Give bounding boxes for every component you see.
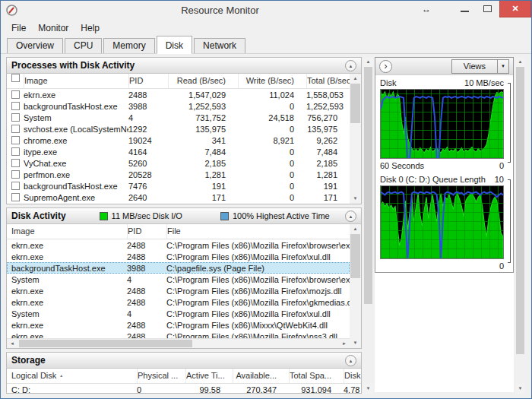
col-write[interactable]: Write (B/sec)	[238, 74, 306, 88]
scroll-left-icon[interactable]: ◄	[7, 339, 17, 348]
row-checkbox[interactable]	[11, 147, 20, 156]
process-row[interactable]: ekrn.exe24881,547,02911,0241,558,053	[7, 89, 350, 100]
row-checkbox[interactable]	[11, 102, 20, 110]
tab-disk[interactable]: Disk	[157, 36, 192, 54]
col-total-space[interactable]: Total Spa...	[289, 369, 344, 383]
views-dropdown-label: Views	[452, 60, 497, 73]
scroll-down-icon[interactable]: ▼	[350, 194, 361, 204]
disk-activity-row[interactable]: ekrn.exe2488C:\Program Files (x86)\Mozil…	[7, 331, 350, 338]
tab-network[interactable]: Network	[194, 38, 245, 53]
cell-disk-queue: 4.78	[344, 385, 361, 394]
processes-vertical-scrollbar[interactable]: ▲ ▼	[350, 74, 361, 204]
row-checkbox[interactable]	[11, 170, 20, 179]
process-row[interactable]: svchost.exe (LocalSystemNet...1292135,97…	[7, 123, 350, 135]
disk-activity-vertical-scrollbar[interactable]: ▲ ▼	[350, 224, 361, 348]
process-row[interactable]: System4731,75224,518756,270	[7, 112, 350, 123]
cell-pid: 19024	[128, 136, 168, 145]
col-image[interactable]: Image	[24, 74, 128, 88]
process-row[interactable]: backgroundTaskHost.exe74761910191	[7, 180, 350, 192]
scroll-up-icon[interactable]: ▲	[363, 57, 373, 67]
cell-write: 8,921	[238, 136, 306, 145]
storage-panel-header[interactable]: Storage ▲	[7, 353, 361, 369]
disk-activity-row[interactable]: System4C:\Program Files (x86)\Mozilla Fi…	[7, 274, 350, 285]
minimize-button[interactable]	[454, 1, 477, 17]
disk-activity-row[interactable]: backgroundTaskHost.exe3988C:\pagefile.sy…	[7, 262, 350, 274]
process-row[interactable]: backgroundTaskHost.exe39881,252,59301,25…	[7, 100, 350, 112]
col-active-time[interactable]: Active Ti...	[185, 369, 233, 383]
scroll-right-icon[interactable]: ►	[339, 339, 350, 348]
col-total[interactable]: Total (B/sec)	[306, 74, 350, 88]
scroll-down-icon[interactable]: ▼	[350, 338, 361, 348]
scrollbar-thumb[interactable]	[364, 67, 372, 304]
menu-monitor[interactable]: Monitor	[32, 22, 74, 34]
cell-total: 2,185	[306, 159, 350, 168]
menu-help[interactable]: Help	[74, 22, 106, 34]
cell-read: 7,484	[168, 147, 238, 157]
tab-overview[interactable]: Overview	[7, 38, 63, 53]
collapse-chevron-icon[interactable]: ▲	[345, 60, 356, 71]
col-pid[interactable]: PID	[127, 224, 166, 239]
collapse-chevron-icon[interactable]: ▲	[345, 355, 356, 366]
row-checkbox[interactable]	[11, 136, 20, 144]
disk-activity-panel-header[interactable]: Disk Activity 11 MB/sec Disk I/O 100% Hi…	[7, 208, 361, 224]
row-checkbox[interactable]	[11, 193, 20, 201]
maximize-button[interactable]	[477, 1, 499, 17]
process-row[interactable]: itype.exe41647,48407,484	[7, 146, 350, 157]
row-checkbox[interactable]	[11, 90, 20, 99]
scroll-up-icon[interactable]: ▲	[515, 57, 525, 67]
col-image[interactable]: Image	[11, 224, 127, 239]
disk-activity-row[interactable]: ekrn.exe2488C:\Program Files (x86)\Mozil…	[7, 251, 350, 262]
disk-activity-row[interactable]: ekrn.exe2488C:\Program Files (x86)\Mozil…	[7, 296, 350, 308]
expand-panel-button[interactable]: ›	[379, 60, 392, 73]
storage-panel-title: Storage	[11, 355, 46, 366]
row-checkbox[interactable]	[11, 125, 20, 133]
main-vertical-scrollbar[interactable]: ▲ ▼	[363, 57, 373, 394]
process-row[interactable]: VyChat.exe52602,18502,185	[7, 157, 350, 169]
sidebar-vertical-scrollbar[interactable]: ▲ ▼	[515, 57, 525, 394]
scroll-up-icon[interactable]: ▲	[350, 224, 361, 234]
processes-panel-title: Processes with Disk Activity	[11, 60, 135, 71]
process-row[interactable]: perfmon.exe205281,28101,281	[7, 169, 350, 180]
col-file[interactable]: File	[166, 224, 350, 239]
row-checkbox[interactable]	[11, 113, 20, 122]
disk-io-legend-label: 11 MB/sec Disk I/O	[112, 211, 182, 220]
storage-row[interactable]: C: D:099.58270,347931,0944.78	[7, 384, 361, 393]
scrollbar-thumb[interactable]	[516, 67, 524, 354]
active-time-legend-swatch	[220, 212, 229, 220]
process-row[interactable]: chrome.exe190243418,9219,262	[7, 135, 350, 146]
col-disk-queue[interactable]: Disk Que...	[344, 369, 361, 383]
disk-activity-row[interactable]: ekrn.exe2488C:\Program Files (x86)\Mozil…	[7, 285, 350, 296]
resource-monitor-window: Resource Monitor ↔ ✕ File Monitor Help O…	[0, 0, 532, 399]
disk-activity-panel: Disk Activity 11 MB/sec Disk I/O 100% Hi…	[6, 207, 362, 349]
scrollbar-thumb[interactable]	[350, 84, 360, 123]
process-row[interactable]: SupremoAgent.exe26401710171	[7, 192, 350, 203]
scroll-down-icon[interactable]: ▼	[363, 384, 373, 394]
scroll-down-icon[interactable]: ▼	[515, 384, 525, 394]
col-pid[interactable]: PID	[128, 74, 168, 88]
col-available[interactable]: Available...	[233, 369, 289, 383]
row-checkbox[interactable]	[11, 159, 20, 167]
disk-activity-row[interactable]: ekrn.exe2488C:\Program Files (x86)\Mixxx…	[7, 319, 350, 331]
disk-activity-row[interactable]: ekrn.exe2488C:\Program Files (x86)\Mozil…	[7, 239, 350, 251]
scrollbar-thumb[interactable]	[350, 234, 360, 278]
col-read[interactable]: Read (B/sec)	[168, 74, 238, 88]
col-logical-disk[interactable]: Logical Disk▲	[11, 369, 137, 383]
views-dropdown-button[interactable]: Views ▼	[451, 59, 509, 74]
scroll-up-icon[interactable]: ▲	[350, 74, 361, 84]
pointer-mode-icon[interactable]: ↔	[422, 4, 431, 14]
menu-file[interactable]: File	[5, 22, 32, 34]
cell-pid: 4	[128, 113, 168, 122]
processes-panel-header[interactable]: Processes with Disk Activity ▲	[7, 58, 361, 74]
close-button[interactable]: ✕	[499, 1, 531, 17]
disk-activity-row[interactable]: System4C:\Program Files (x86)\Mozilla Fi…	[7, 308, 350, 319]
tab-memory[interactable]: Memory	[103, 38, 154, 53]
tab-cpu[interactable]: CPU	[65, 38, 102, 53]
cell-pid: 20528	[128, 170, 168, 179]
cell-file: C:\Program Files (x86)\Mozilla Firefox\x…	[166, 309, 350, 318]
scrollbar-thumb[interactable]	[19, 340, 192, 347]
collapse-chevron-icon[interactable]: ▲	[345, 211, 356, 222]
select-all-checkbox[interactable]	[11, 74, 20, 82]
row-checkbox[interactable]	[11, 182, 20, 190]
disk-activity-horizontal-scrollbar[interactable]: ◄ ►	[7, 338, 350, 348]
col-physical[interactable]: Physical ...	[137, 369, 185, 383]
